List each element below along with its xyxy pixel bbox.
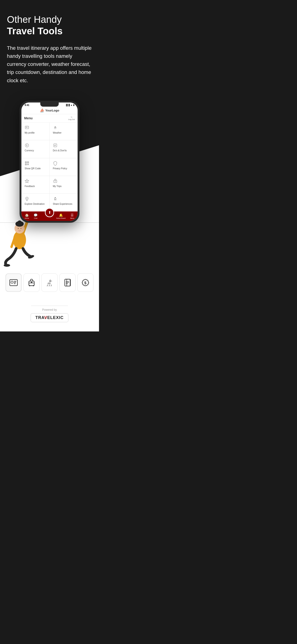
menu-title-label: Menu (24, 116, 33, 120)
currency-label: Currency (25, 149, 34, 152)
svg-rect-0 (25, 126, 29, 129)
svg-text:$: $ (84, 280, 86, 285)
signal-icon: ▐▐▐ (66, 104, 70, 106)
hero-description: The travel itinerary app offers multiple… (7, 44, 92, 84)
chat-nav-icon: 💬 (34, 213, 38, 217)
icon-card-luggage (24, 274, 40, 292)
svg-rect-17 (28, 164, 28, 164)
status-icons: ▐▐▐ ▲ ▮ (66, 104, 74, 106)
svg-rect-46 (14, 281, 16, 282)
svg-point-26 (26, 198, 27, 199)
svg-rect-21 (54, 180, 57, 183)
share-label: Share Experiences (53, 203, 72, 205)
hero-title-bold: Travel Tools (7, 26, 62, 36)
privacy-icon (53, 161, 58, 166)
phone-notch (40, 102, 59, 107)
menu-item-qrcode[interactable]: Show QR Code (22, 158, 50, 176)
dos-donts-label: Do's & Don'ts (53, 149, 67, 152)
qrcode-icon (25, 161, 29, 166)
privacy-label: Privacy Policy (53, 167, 67, 170)
status-time: 9:41 (25, 104, 29, 106)
svg-rect-49 (29, 281, 34, 286)
svg-rect-48 (14, 283, 16, 284)
menu-nav-icon: ☰ (71, 213, 74, 217)
nav-noticeboard[interactable]: 🔔 Notice Board (56, 213, 66, 219)
hero-title-normal: Other Handy (7, 14, 62, 25)
menu-nav-label: Menu (70, 218, 74, 219)
phone-wrapper: 9:41 ▐▐▐ ▲ ▮ ⛵ YourLogo Menu (0, 94, 99, 223)
logo-text: YourLogo (45, 109, 59, 112)
nav-chat[interactable]: 💬 Chat (34, 213, 38, 219)
menu-item-dos-donts[interactable]: Do's & Don'ts (50, 140, 78, 158)
nav-menu[interactable]: ☰ Menu (70, 213, 74, 219)
nav-home[interactable]: 🏠 Home (25, 213, 29, 219)
logo-icon: ⛵ (40, 108, 44, 113)
nav-center-button[interactable]: ⬆ (45, 208, 54, 217)
icon-card-documents (60, 274, 76, 292)
svg-line-4 (54, 128, 54, 129)
menu-item-share[interactable]: Share Experiences (50, 194, 78, 211)
svg-line-6 (56, 128, 56, 129)
svg-line-56 (51, 285, 52, 286)
card-profile-icon (9, 278, 18, 287)
svg-line-54 (47, 285, 48, 286)
noticeboard-nav-icon: 🔔 (59, 213, 63, 217)
battery-icon: ▮ (73, 104, 74, 106)
menu-header: Menu ↪ Log Out (22, 114, 78, 122)
menu-item-currency[interactable]: $ Currency (22, 140, 50, 158)
qrcode-label: Show QR Code (25, 167, 40, 170)
svg-point-57 (49, 280, 52, 282)
card-documents-icon (63, 278, 72, 287)
chat-nav-label: Chat (34, 218, 37, 219)
svg-rect-47 (14, 282, 16, 283)
menu-item-myprofile[interactable]: My profile (22, 122, 50, 140)
icon-card-profile (6, 274, 22, 292)
icon-card-weather (42, 274, 58, 292)
menu-item-mytrips[interactable]: My Trips (50, 176, 78, 194)
brand-logo: TRAVELEXIC (30, 313, 68, 322)
svg-rect-53 (31, 282, 32, 283)
logout-label: Log Out (68, 118, 75, 120)
menu-item-weather[interactable]: Weather (50, 122, 78, 140)
share-icon (53, 196, 58, 202)
menu-item-explore[interactable]: Explore Destination (22, 194, 50, 211)
myprofile-label: My profile (25, 132, 34, 134)
mytrips-label: My Trips (53, 185, 62, 188)
logout-button[interactable]: ↪ Log Out (68, 116, 75, 120)
svg-line-41 (12, 239, 14, 247)
noticeboard-nav-label: Notice Board (56, 218, 66, 219)
menu-item-privacy[interactable]: Privacy Policy (50, 158, 78, 176)
svg-point-39 (18, 228, 19, 229)
home-nav-label: Home (25, 218, 29, 219)
svg-point-40 (20, 228, 22, 229)
svg-rect-18 (28, 164, 29, 164)
home-nav-icon: 🏠 (25, 213, 29, 217)
feedback-icon (25, 179, 29, 184)
phone-section: 9:41 ▐▐▐ ▲ ▮ ⛵ YourLogo Menu (0, 94, 99, 223)
icon-card-currency: $ (77, 274, 94, 292)
mytrips-icon (53, 179, 58, 184)
weather-label: Weather (53, 132, 62, 134)
phone-screen: 9:41 ▐▐▐ ▲ ▮ ⛵ YourLogo Menu (22, 102, 78, 221)
feedback-label: Feedback (25, 185, 35, 188)
powered-by-section: Powered by TRAVELEXIC (0, 301, 99, 332)
menu-item-feedback[interactable]: Feedback (22, 176, 50, 194)
svg-rect-12 (26, 162, 26, 162)
logout-icon: ↪ (71, 116, 72, 118)
svg-rect-22 (55, 181, 56, 182)
svg-point-45 (11, 281, 13, 283)
card-luggage-icon (27, 278, 36, 287)
svg-line-5 (55, 128, 55, 129)
explore-label: Explore Destination (25, 203, 45, 205)
svg-rect-14 (28, 162, 28, 162)
bottom-nav: ⬆ 🏠 Home 💬 Chat 🔔 Notice Board (22, 212, 78, 221)
svg-rect-27 (54, 198, 56, 200)
menu-grid: My profile Weather $ Currency (22, 122, 78, 212)
svg-text:$: $ (26, 144, 28, 146)
app-logo: ⛵ YourLogo (40, 108, 59, 113)
svg-point-51 (29, 285, 30, 286)
svg-rect-20 (28, 164, 29, 165)
weather-icon (53, 125, 58, 130)
svg-point-52 (33, 285, 34, 286)
svg-rect-16 (26, 164, 26, 165)
